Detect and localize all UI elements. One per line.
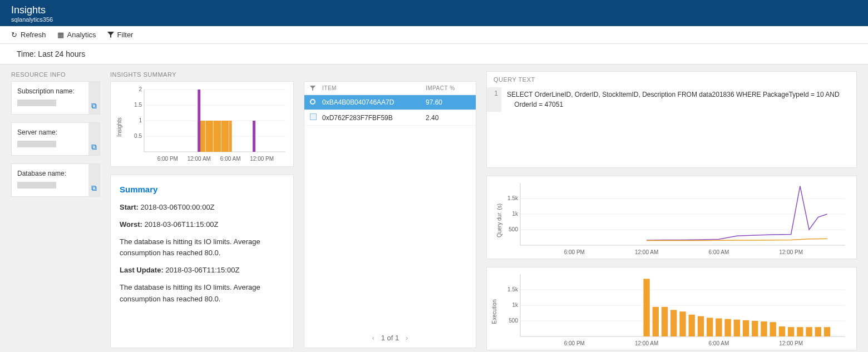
database-value (17, 182, 56, 189)
col-impact[interactable]: IMPACT % (426, 85, 470, 91)
svg-rect-26 (229, 121, 232, 152)
svg-rect-62 (724, 319, 731, 336)
svg-text:500: 500 (509, 318, 518, 324)
svg-text:6:00 AM: 6:00 AM (709, 340, 729, 346)
page-title: Insights (11, 4, 857, 16)
svg-rect-66 (761, 321, 767, 336)
svg-rect-25 (226, 121, 229, 152)
svg-text:6:00 AM: 6:00 AM (709, 249, 729, 255)
svg-rect-23 (221, 121, 224, 152)
page-header: Insights sqlanalytics356 (0, 0, 868, 26)
svg-rect-57 (679, 311, 685, 336)
svg-rect-20 (214, 121, 216, 152)
svg-rect-17 (205, 121, 208, 152)
svg-rect-63 (734, 320, 740, 336)
table-row[interactable]: 0xD762F283F7FBF59B 2.40 (304, 110, 476, 126)
refresh-icon: ↻ (11, 31, 17, 39)
item-hash: 0xBA4B0B040746AA7D (322, 98, 426, 106)
database-label: Database name: (17, 170, 94, 177)
svg-text:1.5: 1.5 (134, 102, 142, 108)
open-database-button[interactable]: ⧉ (88, 164, 100, 196)
query-sql[interactable]: SELECT OrderLineID, OrderID, StockItemID… (501, 87, 845, 112)
analytics-button[interactable]: ▦ Analytics (57, 31, 96, 39)
filter-button[interactable]: Filter (107, 31, 134, 39)
refresh-button[interactable]: ↻ Refresh (11, 31, 46, 39)
svg-text:0.5: 0.5 (134, 133, 142, 139)
query-duration-ylabel: Query dur. (s) (496, 204, 502, 237)
col-item[interactable]: ITEM (322, 85, 426, 91)
svg-rect-65 (752, 321, 758, 336)
resource-info-label: RESOURCE INFO (11, 71, 100, 78)
open-icon: ⧉ (91, 184, 97, 193)
svg-text:2: 2 (139, 86, 142, 92)
svg-rect-58 (689, 315, 695, 336)
svg-rect-18 (208, 121, 211, 152)
svg-text:1.5k: 1.5k (507, 286, 519, 292)
analytics-label: Analytics (67, 31, 96, 39)
insights-chart[interactable]: Insights 0.511.526:00 PM12:00 AM6:00 AM1… (110, 81, 294, 167)
svg-text:6:00 PM: 6:00 PM (157, 156, 178, 162)
svg-rect-21 (216, 121, 219, 152)
subscription-value (17, 100, 56, 106)
svg-rect-27 (198, 90, 200, 152)
svg-rect-28 (253, 121, 255, 152)
query-text-card: QUERY TEXT 1 SELECT OrderLineID, OrderID… (486, 71, 857, 168)
subscription-card: Subscription name: ⧉ (11, 81, 100, 115)
svg-rect-55 (662, 307, 668, 336)
svg-rect-61 (716, 319, 722, 336)
subscription-label: Subscription name: (17, 87, 94, 95)
svg-rect-15 (200, 121, 203, 152)
page-subtitle: sqlanalytics356 (11, 16, 857, 23)
database-card: Database name: ⧉ (11, 163, 100, 197)
analytics-icon: ▦ (57, 31, 64, 39)
filter-column-icon[interactable] (310, 86, 322, 91)
summary-heading: Summary (120, 183, 284, 196)
item-impact: 97.60 (426, 98, 470, 106)
item-impact: 2.40 (426, 114, 470, 122)
query-text-label: QUERY TEXT (487, 72, 856, 87)
svg-rect-68 (779, 326, 785, 336)
pager-prev-button[interactable]: ‹ (368, 334, 379, 342)
svg-text:12:00 AM: 12:00 AM (188, 156, 211, 162)
summary-worst-value: 2018-03-06T11:15:00Z (142, 220, 219, 229)
pager-next-button[interactable]: › (401, 334, 412, 342)
summary-last-label: Last Update: (120, 266, 164, 274)
svg-rect-73 (824, 327, 830, 336)
summary-last-value: 2018-03-06T11:15:00Z (164, 266, 240, 274)
svg-text:6:00 AM: 6:00 AM (220, 156, 241, 162)
toolbar: ↻ Refresh ▦ Analytics Filter (0, 26, 868, 44)
summary-card: Summary Start: 2018-03-06T00:00:00Z Wors… (110, 175, 294, 348)
svg-rect-60 (707, 318, 713, 336)
server-label: Server name: (17, 128, 94, 136)
query-duration-chart[interactable]: Query dur. (s) 5001k1.5k6:00 PM12:00 AM6… (486, 176, 857, 259)
summary-start-label: Start: (120, 203, 139, 211)
svg-text:12:00 AM: 12:00 AM (635, 340, 658, 346)
svg-rect-71 (806, 327, 812, 336)
open-subscription-button[interactable]: ⧉ (88, 82, 100, 114)
filter-icon (107, 32, 114, 38)
table-header: ITEM IMPACT % (304, 82, 476, 95)
svg-text:1k: 1k (512, 211, 519, 217)
execution-chart[interactable]: Execution 5001k1.5k6:00 PM12:00 AM6:00 A… (486, 267, 857, 350)
svg-rect-70 (797, 327, 803, 336)
svg-rect-22 (218, 121, 221, 152)
open-server-button[interactable]: ⧉ (88, 123, 100, 155)
summary-start-value: 2018-03-06T00:00:00Z (139, 203, 215, 211)
svg-rect-56 (670, 310, 677, 336)
filter-label: Filter (117, 31, 134, 39)
svg-rect-54 (653, 307, 659, 336)
execution-ylabel: Execution (491, 300, 497, 324)
time-range: Time: Last 24 hours (0, 44, 868, 65)
pager: ‹ 1 of 1 › (304, 328, 476, 348)
table-row[interactable]: 0xBA4B0B040746AA7D 97.60 (304, 95, 476, 110)
svg-rect-69 (788, 327, 794, 336)
svg-rect-16 (203, 121, 205, 152)
svg-text:12:00 PM: 12:00 PM (779, 340, 803, 346)
summary-text-2: The database is hitting its IO limits. A… (120, 282, 284, 305)
svg-rect-64 (743, 320, 749, 336)
insights-summary-label: INSIGHTS SUMMARY (110, 71, 294, 78)
svg-rect-53 (643, 279, 649, 336)
svg-text:12:00 PM: 12:00 PM (779, 249, 803, 255)
insights-chart-ylabel: Insights (116, 117, 122, 136)
svg-text:1.5k: 1.5k (507, 195, 519, 201)
